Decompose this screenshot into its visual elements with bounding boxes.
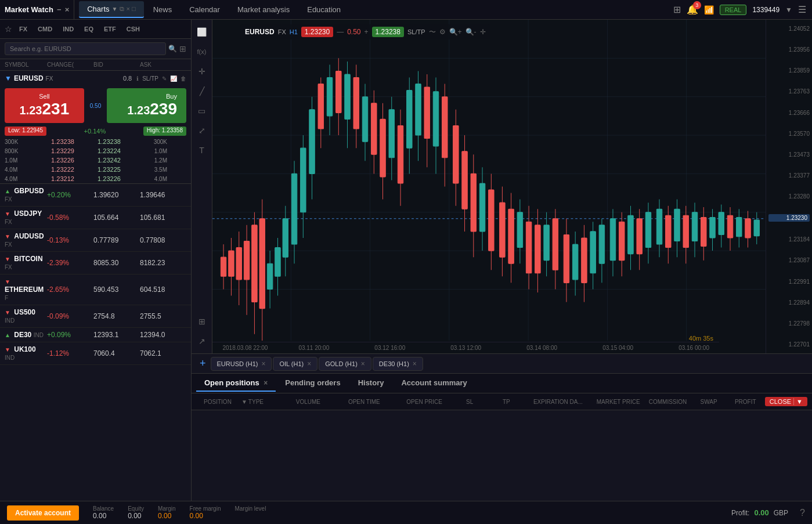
- news-label: News: [153, 5, 172, 14]
- svg-rect-49: [362, 97, 368, 142]
- col-market-price: MARKET PRICE: [593, 399, 644, 405]
- instrument-ethereum[interactable]: ▼ ETHEREUM F -2.65% 590.453 604.518: [0, 274, 191, 305]
- current-price-tick: 1.23230: [768, 214, 810, 222]
- footer-free-margin: Free margin 0.00: [190, 505, 221, 520]
- help-icon[interactable]: ?: [800, 508, 805, 518]
- open-positions-close[interactable]: ×: [264, 379, 268, 387]
- col-expiration: EXPIRATION DA...: [526, 399, 590, 405]
- svg-rect-61: [416, 84, 421, 135]
- minimize-icon[interactable]: −: [57, 5, 62, 14]
- close-all-button[interactable]: CLOSE ▼: [765, 397, 807, 406]
- col-volume: VOLUME: [287, 399, 330, 405]
- instrument-usdjpy[interactable]: ▼ USDJPY FX -0.58% 105.664 105.681: [0, 207, 191, 229]
- cat-tab-etf[interactable]: ETF: [99, 23, 121, 35]
- cursor-tool[interactable]: ⬜: [194, 24, 210, 39]
- close-dropdown-icon[interactable]: ▼: [793, 398, 803, 405]
- chart-buy-price: 1.23238: [372, 27, 404, 37]
- text-tool[interactable]: T: [194, 143, 210, 158]
- info-icon[interactable]: ℹ: [136, 75, 139, 82]
- depth-row-5: 4.0M 1.23212 1.23226 4.0M: [0, 174, 191, 183]
- svg-rect-57: [398, 125, 403, 183]
- layout-icon[interactable]: ⊞: [673, 4, 681, 15]
- tab-charts[interactable]: Charts ▼ ⧉ × □: [79, 1, 143, 18]
- date-label-2: 03.12 16:00: [374, 345, 405, 351]
- cat-tab-fx[interactable]: FX: [15, 23, 32, 35]
- chart-tab-eurusd-label: EURUSD (H1): [217, 360, 258, 367]
- chart-tab-de30[interactable]: DE30 (H1) ×: [373, 357, 423, 371]
- tab-news[interactable]: News: [145, 2, 181, 17]
- price-2: 1.23956: [768, 46, 810, 53]
- chart-tab-de30-label: DE30 (H1): [379, 360, 409, 367]
- share-tool[interactable]: ↗: [194, 334, 210, 349]
- sell-button[interactable]: Sell 1.23231: [5, 88, 84, 123]
- chart-timeframe[interactable]: H1: [290, 28, 298, 35]
- star-icon[interactable]: ☆: [5, 24, 12, 34]
- instrument-bitcoin[interactable]: ▼ BITCOIN FX -2.39% 8085.30 8182.23: [0, 252, 191, 274]
- chart-sltp[interactable]: SL/TP: [407, 28, 425, 35]
- chart-tab-eurusd[interactable]: EURUSD (H1) ×: [211, 357, 272, 371]
- charts-icons: ⧉ × □: [120, 5, 135, 13]
- function-tool[interactable]: f(x): [194, 44, 210, 59]
- chart-tab-oil-close[interactable]: ×: [307, 360, 311, 368]
- add-chart-tab-button[interactable]: +: [196, 357, 210, 370]
- line-tool[interactable]: ╱: [194, 84, 210, 99]
- svg-rect-43: [336, 71, 342, 113]
- cat-tab-csh[interactable]: CSH: [122, 23, 145, 35]
- chart-icon[interactable]: 📈: [170, 75, 177, 82]
- instrument-gbpusd[interactable]: ▲ GBPUSD FX +0.20% 1.39620 1.39646: [0, 184, 191, 207]
- charts-label: Charts: [87, 5, 109, 13]
- close-icon[interactable]: ×: [65, 5, 70, 14]
- charts-dropdown-icon[interactable]: ▼: [112, 6, 118, 12]
- svg-rect-101: [599, 225, 605, 263]
- cat-tab-cmd[interactable]: CMD: [33, 23, 57, 35]
- instrument-us500[interactable]: ▼ US500 IND -0.09% 2754.8 2755.5: [0, 305, 191, 328]
- chart-zoom-out-icon[interactable]: 🔍-: [465, 28, 477, 36]
- chart-tab-de30-close[interactable]: ×: [413, 360, 417, 368]
- chart-settings-icon[interactable]: ⚙: [439, 28, 446, 36]
- tab-market-analysis[interactable]: Market analysis: [229, 2, 298, 17]
- instrument-audusd[interactable]: ▼ AUDUSD FX -0.13% 0.77789 0.77808: [0, 229, 191, 252]
- svg-rect-103: [610, 219, 616, 261]
- instrument-uk100[interactable]: ▼ UK100 IND -1.12% 7060.4 7062.1: [0, 342, 191, 365]
- notification-bell[interactable]: 🔔 3: [687, 4, 698, 15]
- chart-tab-gold[interactable]: GOLD (H1) ×: [319, 357, 371, 371]
- tab-account-summary[interactable]: Account summary: [393, 375, 475, 392]
- cat-tab-eq[interactable]: EQ: [80, 23, 98, 35]
- search-icon[interactable]: 🔍: [168, 45, 177, 53]
- account-dropdown-icon[interactable]: ▼: [785, 6, 792, 14]
- hamburger-menu-icon[interactable]: ☰: [798, 4, 806, 15]
- col-type: ▼ TYPE: [241, 399, 284, 405]
- positions-empty-area: [192, 410, 812, 501]
- tab-calendar[interactable]: Calendar: [181, 2, 228, 17]
- layers-tool[interactable]: ⊞: [194, 314, 210, 329]
- chart-canvas[interactable]: EURUSD FX H1 1.23230 — 0.50 + 1.23238 SL…: [212, 20, 766, 353]
- tab-history[interactable]: History: [350, 375, 392, 392]
- wifi-icon: 📶: [704, 5, 714, 15]
- col-swap: SWAP: [692, 399, 726, 405]
- chart-indicator-bar: EURUSD FX H1 1.23230 — 0.50 + 1.23238 SL…: [240, 24, 490, 39]
- footer-balance: Balance 0.00: [93, 505, 114, 520]
- rectangle-tool[interactable]: ▭: [194, 103, 210, 118]
- eurusd-header-row[interactable]: ▼ EURUSD FX 0.8 ℹ SL/TP ✎ 📈 🗑: [0, 71, 191, 86]
- chart-tab-gold-close[interactable]: ×: [361, 360, 365, 368]
- tab-open-positions[interactable]: Open positions ×: [196, 375, 276, 392]
- tab-education[interactable]: Education: [299, 2, 349, 17]
- delete-icon[interactable]: 🗑: [181, 75, 186, 82]
- chart-tab-eurusd-close[interactable]: ×: [261, 360, 265, 368]
- cat-tab-ind[interactable]: IND: [58, 23, 78, 35]
- chart-draw-icon[interactable]: 〜: [429, 27, 436, 37]
- grid-view-icon[interactable]: ⊞: [179, 44, 186, 53]
- activate-account-button[interactable]: Activate account: [7, 505, 79, 521]
- chart-crosshair-icon[interactable]: ✛: [480, 28, 486, 36]
- svg-rect-85: [526, 222, 532, 273]
- tab-pending-orders[interactable]: Pending orders: [277, 375, 348, 392]
- edit-icon[interactable]: ✎: [162, 75, 167, 82]
- search-input[interactable]: [5, 42, 166, 55]
- audusd-arrow: ▼: [5, 233, 10, 240]
- chart-tab-oil[interactable]: OIL (H1) ×: [273, 357, 317, 371]
- chart-zoom-in-icon[interactable]: 🔍+: [449, 28, 462, 36]
- buy-button[interactable]: Buy 1.23239: [107, 88, 186, 123]
- instrument-de30[interactable]: ▲ DE30 IND +0.09% 12393.1 12394.0: [0, 328, 191, 342]
- measure-tool[interactable]: ⤢: [194, 123, 210, 138]
- crosshair-tool[interactable]: ✛: [194, 64, 210, 79]
